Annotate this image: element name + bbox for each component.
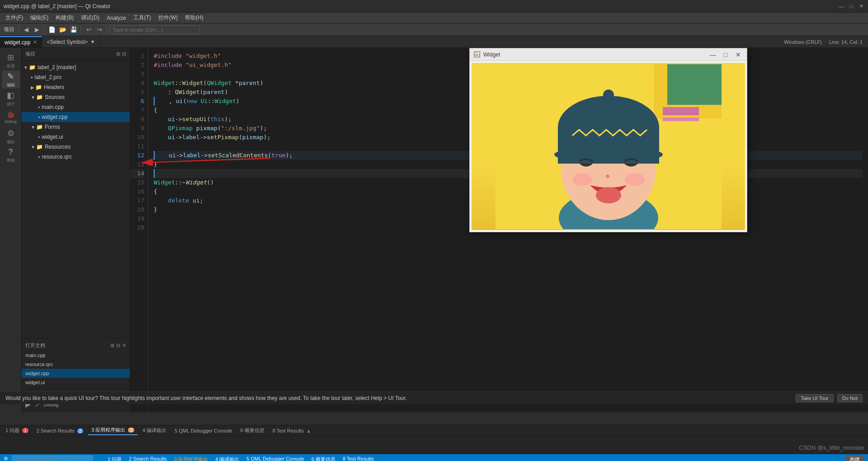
sidebar-item-welcome[interactable]: ⊞ 欢迎 (2, 52, 20, 70)
tab-widget-cpp-label: widget.cpp (5, 39, 30, 46)
menu-analyze[interactable]: Analyze (103, 14, 130, 22)
project-collapse-icon[interactable]: ⊟ (122, 51, 126, 57)
tree-item-resources[interactable]: ▼ 📁 Resources (22, 142, 130, 152)
editor-area[interactable]: 12345 6 78910 11 12 13 14 15161718 1920 … (130, 48, 868, 412)
svg-point-10 (554, 146, 663, 163)
project-panel: 项目 ⊞ ⊟ ▼ 📁 label_2 [master] ▪ label_2.pr… (22, 48, 130, 412)
skip-tour-button[interactable]: Do Not (837, 394, 863, 402)
problem-count: 1 问题 (108, 456, 122, 461)
redo-button[interactable]: ↪ (94, 25, 104, 35)
new-file-button[interactable]: 📄 (47, 25, 57, 35)
sidebar-help-label: 帮助 (7, 158, 15, 164)
open-file-widget-ui[interactable]: widget.ui (22, 378, 130, 387)
line-numbers: 12345 6 78910 11 12 13 14 15161718 1920 (130, 48, 148, 412)
open-file-button[interactable]: 📂 (58, 25, 68, 35)
problems-badge: 1 (22, 428, 28, 433)
widget-maximize-button[interactable]: □ (721, 50, 731, 60)
tree-item-widget-cpp[interactable]: ▪ widget.cpp (22, 112, 130, 122)
menu-help[interactable]: 帮助(H) (181, 13, 207, 23)
menu-controls[interactable]: 控件(W) (155, 13, 181, 23)
status-bar-bottom-info: 1 问题 2 Search Results 3 应用程序输出 4 编译输出 5 … (108, 456, 374, 461)
tree-item-widget-ui[interactable]: ▪ widget.ui (22, 132, 130, 142)
tree-resource-qrc-label: resource.qrc (42, 154, 72, 160)
tree-item-pro[interactable]: ▪ label_2.pro (22, 72, 130, 82)
minimize-button[interactable]: — (838, 3, 844, 9)
tree-item-forms[interactable]: ▼ 📁 Forms (22, 122, 130, 132)
tour-text: Would you like to take a quick UI tour? … (5, 395, 407, 401)
symbol-chevron-icon[interactable]: ▼ (90, 39, 95, 44)
nav-forward-button[interactable]: ▶ (32, 25, 42, 35)
tree-resources-label: Resources (45, 144, 71, 150)
save-button[interactable]: 💾 (69, 25, 79, 35)
bottom-tab-compile[interactable]: 4 编译输出 (139, 426, 170, 435)
menu-edit[interactable]: 编辑(E) (27, 13, 52, 23)
sources-folder-icon: 📁 (36, 94, 43, 100)
sidebar-debug-label: Debug (5, 119, 17, 124)
status-bar-left: 🔍 (4, 455, 93, 461)
headers-folder-icon: 📁 (35, 84, 42, 90)
tree-item-sources[interactable]: ▼ 📁 Sources (22, 92, 130, 102)
open-files-collapse-icon[interactable]: ⊟ (116, 343, 120, 348)
open-files-new-icon[interactable]: ⊞ (110, 343, 114, 348)
root-arrow-icon: ▼ (24, 65, 28, 70)
widget-cpp-icon: ▪ (38, 114, 40, 120)
tests-tab-label: 8 Test Results (273, 428, 304, 433)
menu-debug[interactable]: 调试(D) (77, 13, 103, 23)
project-panel-title: 项目 (25, 51, 35, 57)
widget-content (470, 61, 747, 232)
menu-build[interactable]: 构建(B) (52, 13, 77, 23)
search-input[interactable] (109, 25, 200, 34)
undo-button[interactable]: ↩ (84, 25, 94, 35)
tree-item-resource-qrc[interactable]: ▪ resource.qrc (22, 152, 130, 162)
tour-buttons: Take UI Tour Do Not (796, 394, 863, 402)
cartoon-svg (495, 64, 722, 229)
svg-rect-3 (663, 107, 699, 115)
bottom-tab-qml[interactable]: 5 QML Debugger Console (171, 427, 236, 434)
widget-preview-window: 🪟 Widget — □ ✕ (469, 48, 747, 232)
tree-item-main-cpp[interactable]: ▪ main.cpp (22, 102, 130, 112)
tests-arrow-icon[interactable]: ▲ (307, 428, 311, 433)
summary-tab-label: 6 概要信息 (241, 428, 264, 433)
tab-widget-cpp[interactable]: widget.cpp ✕ (0, 36, 42, 48)
sidebar-item-project[interactable]: ⚙ 项目 (2, 127, 20, 146)
search-count: 2 Search Results (129, 456, 167, 461)
tree-item-headers[interactable]: ▶ 📁 Headers (22, 82, 130, 92)
open-file-resource-qrc[interactable]: resource.qrc (22, 360, 130, 369)
maximize-button[interactable]: □ (848, 3, 854, 9)
edit-icon: ✎ (7, 71, 14, 81)
open-files-header: 打开文档 ⊞ ⊟ ✕ (22, 340, 130, 351)
bottom-tab-search[interactable]: 2 Search Results 2 (33, 427, 87, 434)
project-icon: ⚙ (7, 128, 14, 138)
menu-file[interactable]: 文件(F) (2, 13, 27, 23)
window-controls[interactable]: — □ ✕ (838, 3, 864, 9)
open-file-main-cpp[interactable]: main.cpp (22, 351, 130, 360)
menu-tools[interactable]: 工具(T) (130, 13, 155, 23)
open-files-close-icon[interactable]: ✕ (122, 343, 126, 348)
bottom-tab-app-output[interactable]: 3 应用程序输出 3 (88, 426, 138, 435)
widget-minimize-button[interactable]: — (708, 50, 718, 60)
sidebar-item-help[interactable]: ? 帮助 (2, 146, 20, 165)
project-filter-icon[interactable]: ⊞ (116, 51, 120, 57)
locate-input[interactable] (12, 455, 93, 461)
sidebar-item-debug[interactable]: 🐞 Debug (2, 108, 20, 127)
sidebar-item-edit[interactable]: ✎ 编辑 (2, 71, 20, 89)
bottom-tab-problems[interactable]: 1 问题 1 (2, 426, 32, 435)
bottom-tab-tests[interactable]: 8 Test Results ▲ (269, 427, 315, 434)
tab-symbol-selector[interactable]: <Select Symbol> ▼ (42, 36, 100, 48)
bottom-tab-summary[interactable]: 6 概要信息 (237, 426, 268, 435)
open-file-widget-cpp[interactable]: widget.cpp (22, 369, 130, 378)
nav-back-button[interactable]: ◀ (21, 25, 31, 35)
tab-close-icon[interactable]: ✕ (33, 39, 37, 45)
tree-item-root[interactable]: ▼ 📁 label_2 [master] (22, 62, 130, 72)
widget-close-button[interactable]: ✕ (733, 50, 743, 60)
build-button[interactable]: 构建 (845, 455, 864, 461)
help-icon: ? (8, 147, 13, 157)
project-tree: ▼ 📁 label_2 [master] ▪ label_2.pro ▶ 📁 H… (22, 61, 130, 338)
take-tour-button[interactable]: Take UI Tour (796, 394, 834, 402)
widget-ui-icon: ▪ (38, 134, 40, 140)
sidebar-item-design[interactable]: ◧ 设计 (2, 89, 20, 108)
close-button[interactable]: ✕ (858, 3, 864, 9)
root-folder-icon: 📁 (29, 64, 36, 71)
app-output-badge: 3 (128, 428, 134, 433)
search-locate-icon[interactable]: 🔍 (4, 456, 10, 461)
